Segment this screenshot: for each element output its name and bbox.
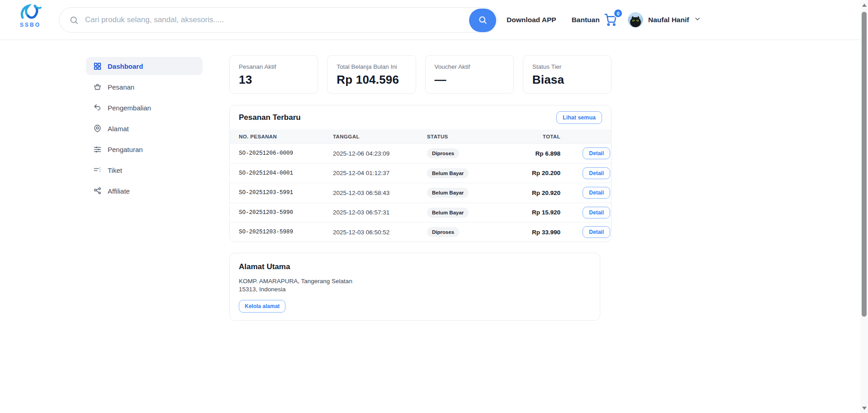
stat-value: Rp 104.596 <box>337 73 406 87</box>
order-date: 2025-12-06 04:23:09 <box>333 150 427 157</box>
stat-value: 13 <box>239 73 308 87</box>
view-all-button[interactable]: Lihat semua <box>556 111 602 124</box>
order-date: 2025-12-03 06:50:52 <box>333 229 427 236</box>
recent-orders-card: Pesanan Terbaru Lihat semua NO. PESANAN … <box>229 105 612 242</box>
chevron-down-icon <box>694 15 701 24</box>
triangle-up-icon <box>862 4 867 7</box>
cart-button[interactable]: 0 <box>603 13 619 27</box>
order-total: Rp 6.898 <box>521 150 560 157</box>
location-pin-icon <box>93 124 102 133</box>
stat-card-status-tier: Status Tier Biasa <box>523 55 612 94</box>
order-row: SO-20251203-5990 2025-12-03 06:57:31 Bel… <box>230 203 611 223</box>
sidebar-item-dashboard[interactable]: Dashboard <box>86 57 203 75</box>
wave-logo-icon <box>18 14 43 22</box>
shopping-cart-icon <box>603 20 617 28</box>
user-name: Naufal Hanif <box>648 16 689 24</box>
sidebar-item-affiliate[interactable]: Affiliate <box>86 182 203 200</box>
order-row: SO-20251203-5991 2025-12-03 06:58:43 Bel… <box>230 183 611 203</box>
sidebar-item-label: Pengembalian <box>108 104 151 112</box>
order-row: SO-20251206-0009 2025-12-06 04:23:09 Dip… <box>230 143 611 163</box>
order-number: SO-20251203-5991 <box>239 190 333 196</box>
stat-card-pesanan-aktif: Pesanan Aktif 13 <box>229 55 318 94</box>
help-link[interactable]: Bantuan <box>572 16 600 24</box>
sidebar-item-label: Tiket <box>108 166 122 174</box>
order-date: 2025-12-03 06:57:31 <box>333 209 427 216</box>
scroll-down-button[interactable] <box>860 404 868 412</box>
logo-text: SSBO <box>16 22 44 28</box>
order-date: 2025-12-04 01:12:37 <box>333 170 427 176</box>
sidebar-item-pengembalian[interactable]: Pengembalian <box>86 99 203 117</box>
sliders-icon <box>93 145 102 154</box>
detail-button[interactable]: Detail <box>583 187 610 199</box>
order-number: SO-20251206-0009 <box>239 150 333 157</box>
search-submit-button[interactable] <box>469 9 496 32</box>
status-badge: Belum Bayar <box>427 208 469 218</box>
sidebar-item-tiket[interactable]: Tiket <box>86 161 203 179</box>
search-icon <box>478 15 487 26</box>
vertical-scrollbar <box>860 0 868 413</box>
sidebar-item-label: Affiliate <box>108 187 130 195</box>
share-icon <box>93 186 102 195</box>
column-header-no-pesanan: NO. PESANAN <box>239 134 333 139</box>
user-menu[interactable]: Naufal Hanif <box>628 0 701 40</box>
detail-button[interactable]: Detail <box>583 147 610 159</box>
search-bar <box>59 7 498 33</box>
search-icon <box>69 15 79 25</box>
address-line-2: 15313, Indonesia <box>239 285 591 294</box>
ssbo-logo[interactable]: SSBO <box>16 4 44 28</box>
detail-button[interactable]: Detail <box>583 207 610 218</box>
order-total: Rp 33.990 <box>521 229 560 236</box>
detail-button[interactable]: Detail <box>583 167 610 179</box>
triangle-down-icon <box>862 407 867 410</box>
status-badge: Belum Bayar <box>427 168 469 178</box>
stat-card-voucher-aktif: Voucher Aktif — <box>425 55 514 94</box>
avatar <box>628 12 643 28</box>
top-header: SSBO Download APP Bantuan <box>0 0 860 40</box>
sidebar-item-label: Dashboard <box>108 62 143 70</box>
column-header-tanggal: TANGGAL <box>333 134 427 139</box>
address-line-1: KOMP. AMARAPURA, Tangerang Selatan <box>239 277 591 285</box>
address-title: Alamat Utama <box>239 262 591 271</box>
dashboard-page: SSBO Download APP Bantuan <box>0 0 868 413</box>
stat-label: Pesanan Aktif <box>239 63 308 70</box>
sidebar-item-pesanan[interactable]: Pesanan <box>86 78 203 96</box>
order-number: SO-20251203-5990 <box>239 209 333 216</box>
orders-card-header: Pesanan Terbaru Lihat semua <box>230 105 611 129</box>
scrollbar-thumb[interactable] <box>862 12 867 317</box>
sidebar: Dashboard Pesanan Pengembalian <box>86 57 203 200</box>
column-header-total: TOTAL <box>521 134 560 139</box>
search-input[interactable] <box>79 15 497 24</box>
stats-row: Pesanan Aktif 13 Total Belanja Bulan Ini… <box>229 55 612 94</box>
order-total: Rp 20.920 <box>521 190 560 196</box>
status-badge: Diproses <box>427 148 459 158</box>
manage-address-button[interactable]: Kelola alamat <box>239 300 285 313</box>
order-total: Rp 15.920 <box>521 209 560 216</box>
sidebar-item-label: Pengaturan <box>108 146 143 153</box>
download-app-link[interactable]: Download APP <box>507 16 556 24</box>
order-total: Rp 20.200 <box>521 170 560 176</box>
stat-value: Biasa <box>532 73 602 87</box>
status-badge: Diproses <box>427 227 459 237</box>
basket-icon <box>93 82 102 91</box>
column-header-status: STATUS <box>427 134 521 139</box>
detail-button[interactable]: Detail <box>583 226 610 238</box>
order-row: SO-20251203-5989 2025-12-03 06:50:52 Dip… <box>230 222 611 242</box>
orders-table-header: NO. PESANAN TANGGAL STATUS TOTAL <box>230 129 611 143</box>
ticket-list-icon <box>93 166 102 175</box>
header-nav: Download APP Bantuan <box>507 0 600 40</box>
sidebar-item-pengaturan[interactable]: Pengaturan <box>86 140 203 158</box>
sidebar-item-label: Pesanan <box>108 83 134 91</box>
order-date: 2025-12-03 06:58:43 <box>333 190 427 196</box>
scroll-up-button[interactable] <box>860 1 868 9</box>
sidebar-item-alamat[interactable]: Alamat <box>86 119 203 138</box>
sidebar-item-label: Alamat <box>108 125 129 133</box>
order-row: SO-20251204-0001 2025-12-04 01:12:37 Bel… <box>230 163 611 183</box>
primary-address-card: Alamat Utama KOMP. AMARAPURA, Tangerang … <box>229 253 600 321</box>
stat-value: — <box>435 73 504 87</box>
stat-card-total-belanja: Total Belanja Bulan Ini Rp 104.596 <box>327 55 416 94</box>
order-number: SO-20251203-5989 <box>239 229 333 235</box>
orders-title: Pesanan Terbaru <box>239 113 301 122</box>
status-badge: Belum Bayar <box>427 188 469 198</box>
cart-count-badge: 0 <box>613 9 623 18</box>
undo-arrow-icon <box>93 103 102 112</box>
